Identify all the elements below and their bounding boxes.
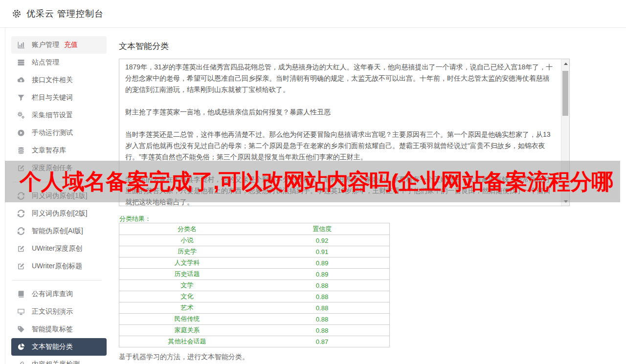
monitor-icon — [17, 308, 25, 316]
table-row: 文学0.88 — [119, 280, 390, 291]
sidebar-item-label: 正文识别演示 — [32, 307, 73, 316]
category-cell: 人文学科 — [119, 257, 255, 269]
page-title: 文本智能分类 — [119, 41, 169, 52]
sidebar-item-label: 接口文件相关 — [32, 76, 73, 85]
sidebar-item-synonym-rewrite-v2[interactable]: 同义词伪原创[2版] — [11, 205, 107, 222]
column-header-category: 分类名 — [119, 223, 255, 235]
table-row: 艺术0.88 — [119, 302, 390, 314]
refresh-icon — [17, 210, 25, 217]
confidence-cell: 0.89 — [255, 269, 390, 280]
confidence-cell: 0.91 — [255, 246, 390, 257]
table-row: 小说0.92 — [119, 235, 390, 246]
table-row: 人文学科0.89 — [119, 257, 390, 269]
sidebar-item-content-relevance-check[interactable]: 内容相关度检测 — [11, 356, 107, 364]
sidebar-item-label: 内容相关度检测 — [32, 360, 80, 364]
confidence-cell: 0.87 — [255, 336, 390, 347]
category-cell: 小说 — [119, 235, 255, 246]
category-cell: 民俗传统 — [119, 314, 255, 325]
confidence-cell: 0.89 — [255, 257, 390, 269]
database-icon — [17, 147, 25, 154]
confidence-cell: 0.88 — [255, 302, 390, 314]
edit-icon — [17, 245, 25, 253]
sidebar-item-site-management[interactable]: 站点管理 — [11, 54, 107, 71]
sidebar-item-ai-rewrite[interactable]: 智能伪原创[AI版] — [11, 222, 107, 240]
category-cell: 文学 — [119, 280, 255, 291]
table-row: 家庭关系0.88 — [119, 325, 390, 336]
sidebar-item-label: 同义词伪原创[2版] — [32, 209, 88, 218]
sidebar-item-account-management[interactable]: 账户管理 充值 — [11, 36, 107, 54]
tag-icon — [17, 325, 25, 333]
sidebar-item-article-storage[interactable]: 文章暂存库 — [11, 142, 107, 159]
watermark-text: 个人域名备案完成了,可以改网站内容吗(企业网站备案流程分哪 — [5, 167, 613, 196]
sidebar-item-label: 文本智能分类 — [32, 343, 73, 351]
category-cell: 其他社会话题 — [119, 336, 255, 347]
sidebar-item-label: 公有词库查询 — [32, 290, 73, 299]
table-row: 历史话题0.89 — [119, 269, 390, 280]
gears-icon — [17, 111, 25, 119]
sidebar-item-label: 站点管理 — [32, 58, 59, 67]
category-cell: 文化 — [119, 291, 255, 302]
table-row: 其他社会话题0.87 — [119, 336, 390, 347]
book-icon — [17, 290, 25, 298]
sidebar-divider — [12, 280, 102, 280]
sidebar-item-label: 智能伪原创[AI版] — [32, 227, 83, 236]
sidebar-item-interface-files[interactable]: 接口文件相关 — [11, 71, 107, 89]
column-header-confidence: 置信度 — [255, 223, 390, 235]
table-header-row: 分类名 置信度 — [119, 223, 390, 235]
recharge-badge[interactable]: 充值 — [64, 41, 78, 49]
confidence-cell: 0.88 — [255, 314, 390, 325]
app-title: 优采云 管理控制台 — [26, 8, 104, 20]
sidebar-item-text-classification[interactable]: 文本智能分类 — [11, 338, 107, 356]
sidebar-item-label: 栏目与关键词 — [32, 93, 73, 102]
footer-note: 基于机器学习的方法，进行文本智能分类。 — [119, 353, 249, 362]
confidence-cell: 0.92 — [255, 235, 390, 246]
confidence-cell: 0.88 — [255, 291, 390, 302]
table-row: 历史学0.91 — [119, 246, 390, 257]
filter-icon — [17, 94, 25, 102]
link-icon — [17, 361, 25, 364]
category-cell: 艺术 — [119, 302, 255, 314]
classification-result-table: 分类名 置信度 小说0.92 历史学0.91 人文学科0.89 历史话题0.89… — [119, 223, 390, 347]
result-label: 分类结果： — [119, 214, 151, 223]
refresh-icon — [17, 227, 25, 235]
app-header: 优采云 管理控制台 — [0, 0, 626, 28]
watermark-overlay: 个人域名备案完成了,可以改网站内容吗(企业网站备案流程分哪 — [5, 161, 620, 202]
server-icon — [17, 59, 25, 66]
scroll-up-arrow-icon[interactable] — [561, 60, 570, 67]
sidebar-item-columns-keywords[interactable]: 栏目与关键词 — [11, 89, 107, 107]
sidebar-item-label: 采集细节设置 — [32, 111, 73, 120]
table-row: 民俗传统0.88 — [119, 314, 390, 325]
gear-icon — [12, 9, 22, 19]
sidebar-item-collection-settings[interactable]: 采集细节设置 — [11, 107, 107, 124]
text-paragraph: 当时李莲英还是二总管，这件事他再清楚不过。那么他为何还要冒险向慈禧请求出宫呢？主… — [125, 129, 554, 163]
sidebar-item-uwriter-original-title[interactable]: UWriter原创标题 — [11, 257, 107, 275]
table-row: 文化0.88 — [119, 291, 390, 302]
sidebar-item-label: 账户管理 — [32, 41, 59, 49]
category-cell: 历史学 — [119, 246, 255, 257]
sidebar-item-smart-tag-extraction[interactable]: 智能提取标签 — [11, 321, 107, 338]
sidebar-item-body-recognition-demo[interactable]: 正文识别演示 — [11, 303, 107, 321]
sidebar-item-label: 智能提取标签 — [32, 325, 73, 334]
pie-chart-icon — [17, 343, 25, 351]
cloud-upload-icon — [17, 76, 25, 84]
sidebar-item-manual-run-test[interactable]: 手动运行测试 — [11, 124, 107, 142]
text-paragraph: 财主抢了李莲英家一亩地，他成慈禧亲信后如何报复？暴露人性丑恶 — [125, 107, 554, 118]
category-cell: 历史话题 — [119, 269, 255, 280]
scrollbar-thumb[interactable] — [562, 71, 568, 116]
sidebar-item-public-lexicon-query[interactable]: 公有词库查询 — [11, 285, 107, 303]
bar-chart-icon — [17, 41, 25, 49]
text-paragraph: 1879年，31岁的李莲英出任储秀宫四品花翎总管，成为慈禧身边的大红人。这年春天… — [125, 62, 554, 95]
sidebar-item-label: UWriter原创标题 — [32, 262, 82, 271]
sidebar-item-uwriter-deep-original[interactable]: UWriter深度原创 — [11, 240, 107, 257]
sidebar-item-label: UWriter深度原创 — [32, 244, 82, 253]
confidence-cell: 0.88 — [255, 280, 390, 291]
edit-icon — [17, 262, 25, 270]
category-cell: 家庭关系 — [119, 325, 255, 336]
play-circle-icon — [17, 129, 25, 137]
sidebar-item-label: 手动运行测试 — [32, 128, 73, 137]
confidence-cell: 0.88 — [255, 325, 390, 336]
sidebar-item-label: 文章暂存库 — [32, 146, 66, 155]
